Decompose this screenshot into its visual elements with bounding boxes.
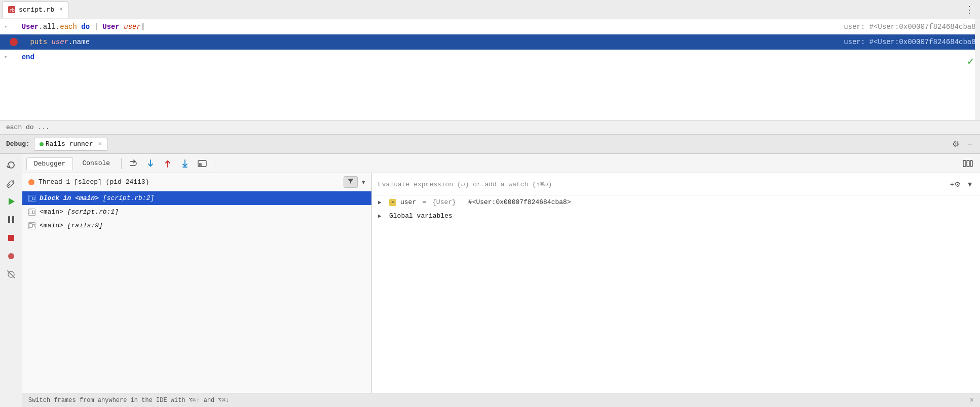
global-vars-chevron: ▶ xyxy=(378,213,385,219)
bottom-close-button[interactable]: × xyxy=(970,396,974,404)
debug-bar-right: ⚙ − xyxy=(950,137,974,151)
thread-header: Thread 1 [sleep] (pid 24113) ▾ xyxy=(22,173,371,191)
svg-rect-17 xyxy=(970,160,972,167)
global-vars-row[interactable]: ▶ Global variables xyxy=(372,209,980,223)
no-breakpoint-1 xyxy=(10,23,18,31)
code-content-3: end xyxy=(22,51,980,64)
add-watch-button[interactable]: +⚙ xyxy=(948,178,963,190)
sidebar-wrench-icon[interactable] xyxy=(3,175,19,191)
sidebar-refresh-icon[interactable] xyxy=(3,157,19,173)
debug-main: Debugger Console ▦ xyxy=(22,154,980,407)
editor-scrollbar[interactable] xyxy=(975,19,980,120)
no-breakpoint-3 xyxy=(10,53,18,61)
frame-icon-1 xyxy=(28,195,35,202)
debug-body: Thread 1 [sleep] (pid 24113) ▾ block in … xyxy=(22,173,980,393)
global-vars-label: Global variables xyxy=(389,212,453,220)
sidebar-resume-icon[interactable] xyxy=(3,193,19,210)
svg-line-7 xyxy=(8,271,15,278)
debug-session-tab[interactable]: Rails runner × xyxy=(34,138,107,151)
code-line-2: ▾ puts user.name user: #<User:0x00007f82… xyxy=(0,34,980,50)
var-val-user: #<User:0x00007f824684cba8> xyxy=(468,198,571,206)
thread-dropdown-button[interactable]: ▾ xyxy=(362,178,365,186)
breakpoint-2[interactable] xyxy=(10,38,18,46)
left-sidebar xyxy=(0,154,22,407)
customize-columns-button[interactable] xyxy=(960,157,976,170)
var-chevron-user: ▶ xyxy=(378,199,385,206)
thread-label: Thread 1 [sleep] (pid 24113) xyxy=(39,178,340,186)
vars-header: Evaluate expression (↵) or add a watch (… xyxy=(372,173,980,195)
svg-rect-15 xyxy=(963,160,966,167)
code-value-1: user: #<User:0x00007f824684cba8> xyxy=(844,20,980,33)
vars-panel-right: +⚙ ▾ xyxy=(948,177,974,191)
session-active-dot xyxy=(40,142,44,146)
sidebar-mute-icon[interactable] xyxy=(3,266,19,282)
frame-name-2: <main> [script.rb:1] xyxy=(40,208,119,216)
step-into-button[interactable] xyxy=(143,157,158,170)
frame-item-1[interactable]: block in <main> [script.rb:2] xyxy=(22,191,371,205)
tab-bar: rb script.rb × ⋮ xyxy=(0,0,980,19)
tab-more-button[interactable]: ⋮ xyxy=(965,4,974,15)
frame-icon-2 xyxy=(28,209,35,216)
code-value-2: user: #<User:0x00007f824684cba8> xyxy=(844,35,980,49)
evaluate-placeholder: Evaluate expression (↵) or add a watch (… xyxy=(378,180,552,188)
frame-item-3[interactable]: <main> [rails:9] xyxy=(22,219,371,232)
evaluate-button[interactable]: ▦ xyxy=(195,157,210,170)
main-debug-layout: Debugger Console ▦ xyxy=(0,154,980,407)
tab-debugger[interactable]: Debugger xyxy=(26,157,73,170)
code-content-1: User.all.each do | User user| xyxy=(22,20,834,33)
code-content-2: puts user.name xyxy=(22,35,834,49)
settings-button[interactable]: ⚙ xyxy=(950,137,961,151)
code-line-3: ▾ end xyxy=(0,50,980,65)
bottom-bar: Switch frames from anywhere in the IDE w… xyxy=(22,393,980,407)
vars-dropdown-button[interactable]: ▾ xyxy=(966,177,974,191)
svg-rect-3 xyxy=(8,216,10,223)
svg-point-6 xyxy=(8,253,14,259)
step-out-button[interactable] xyxy=(160,157,175,170)
bottom-hint-text: Switch frames from anywhere in the IDE w… xyxy=(28,396,229,404)
var-type-icon-user: ≡ xyxy=(389,199,396,206)
toolbar-separator-2 xyxy=(214,158,214,169)
code-line-1: ▾ User.all.each do | User user| user: #<… xyxy=(0,19,980,34)
var-name-user: user xyxy=(400,198,416,206)
debug-bar: Debug: Rails runner × ⚙ − xyxy=(0,135,980,154)
status-text: each do ... xyxy=(6,124,50,131)
script-rb-tab[interactable]: rb script.rb × xyxy=(2,2,68,18)
sidebar-stop-icon[interactable] xyxy=(3,230,19,246)
session-name: Rails runner xyxy=(46,140,93,148)
tab-filename: script.rb xyxy=(19,6,54,14)
thread-filter-button[interactable] xyxy=(344,176,358,188)
svg-text:▦: ▦ xyxy=(199,162,202,167)
svg-text:rb: rb xyxy=(9,8,15,13)
frame-icon-3 xyxy=(28,222,35,229)
svg-rect-16 xyxy=(967,160,969,167)
svg-rect-5 xyxy=(8,235,14,241)
var-type-user: {User} xyxy=(432,198,456,206)
editor-area: ▾ User.all.each do | User user| user: #<… xyxy=(0,19,980,120)
session-close-button[interactable]: × xyxy=(98,140,102,148)
sidebar-record-icon[interactable] xyxy=(3,248,19,264)
frame-name-3: <main> [rails:9] xyxy=(40,222,103,229)
tab-close-button[interactable]: × xyxy=(59,6,63,13)
toolbar-right xyxy=(960,157,976,170)
var-row-user[interactable]: ▶ ≡ user = {User} #<User:0x00007f824684c… xyxy=(372,195,980,209)
frame-item-2[interactable]: <main> [script.rb:1] xyxy=(22,205,371,219)
svg-rect-4 xyxy=(12,216,14,223)
toolbar-separator-1 xyxy=(121,158,122,169)
minimize-button[interactable]: − xyxy=(965,138,974,151)
check-mark: ✓ xyxy=(967,55,974,68)
fold-button-1[interactable]: ▾ xyxy=(4,20,8,33)
var-eq-user: = xyxy=(422,198,426,206)
editor-status-bar: each do ... xyxy=(0,120,980,135)
sidebar-pause-icon[interactable] xyxy=(3,212,19,228)
frame-name-1: block in <main> [script.rb:2] xyxy=(40,194,154,202)
vars-panel: Evaluate expression (↵) or add a watch (… xyxy=(372,173,980,393)
run-to-cursor-button[interactable] xyxy=(177,157,193,170)
ruby-file-icon: rb xyxy=(8,6,16,14)
debug-label: Debug: xyxy=(6,140,30,148)
frames-panel: Thread 1 [sleep] (pid 24113) ▾ block in … xyxy=(22,173,372,393)
step-over-button[interactable] xyxy=(126,157,141,170)
tab-console[interactable]: Console xyxy=(75,157,117,169)
svg-marker-2 xyxy=(9,198,15,205)
fold-button-3[interactable]: ▾ xyxy=(4,51,8,64)
debug-toolbar: Debugger Console ▦ xyxy=(22,154,980,173)
